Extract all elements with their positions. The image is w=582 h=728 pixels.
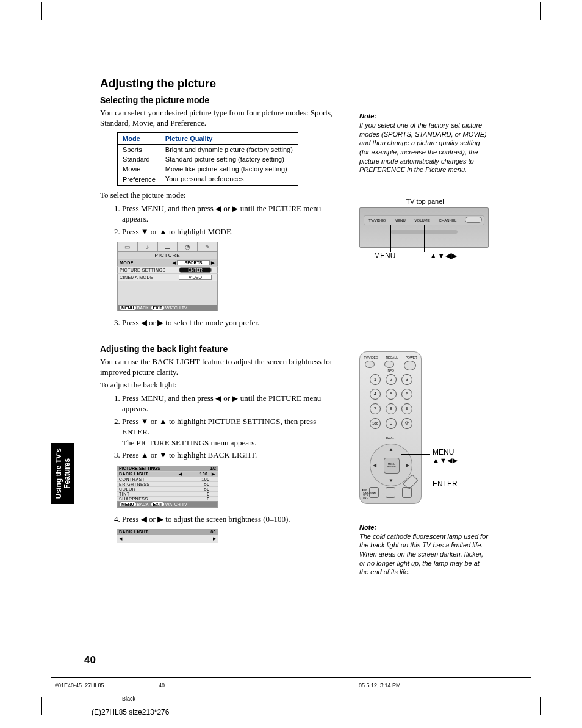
right-arrow-icon: ▶ <box>210 261 215 265</box>
callout-label: MENU <box>374 251 395 260</box>
osd-row-value: SPORTS <box>177 260 210 265</box>
table-cell: Bright and dynamic picture (factory sett… <box>160 144 298 154</box>
chapter-tab: Using the TV'sFeatures <box>51 443 74 504</box>
lead-text: To select the picture mode: <box>100 190 338 201</box>
table-cell: Movie <box>118 164 160 174</box>
step: Press ▼ or ▲ to highlight PICTURE SETTIN… <box>122 416 338 449</box>
table-cell: Preference <box>118 174 160 186</box>
table-header-mode: Mode <box>118 132 160 144</box>
note-text: The cold cathode fluorescent lamp used f… <box>359 532 490 577</box>
down-arrow-icon: ▼ <box>389 478 393 483</box>
callout-line <box>401 454 430 455</box>
osd-screenshot-picture-settings: PICTURE SETTINGS 1/2 BACK LIGHT ◀ 100 ▶ … <box>117 466 218 508</box>
callout-label: MENU <box>433 448 458 456</box>
crop-mark <box>533 20 558 44</box>
mode-table: Mode Picture Quality SportsBright and dy… <box>117 132 298 186</box>
remote-num-button: 6 <box>401 389 412 400</box>
osd-slider-backlight: BACK LIGHT 80 ◀ ▶ <box>117 529 218 543</box>
callout-line <box>424 225 425 252</box>
remote-num-button: 4 <box>370 389 381 400</box>
remote-num-button: 1 <box>370 374 381 385</box>
footer-timestamp: 05.5.12, 3:14 PM <box>359 682 401 688</box>
step: Press ▲ or ▼ to highlight BACK LIGHT. <box>122 450 338 461</box>
section-title: Selecting the picture mode <box>100 95 338 105</box>
intro-text: You can use the BACK LIGHT feature to ad… <box>100 357 338 378</box>
footer-filename: #01E40-45_27HL85 <box>55 682 104 688</box>
up-arrow-icon: ▲ <box>389 447 393 452</box>
note-text: If you select one of the factory-set pic… <box>359 121 490 175</box>
callout-arrows: ▲▼◀▶ <box>433 456 458 464</box>
right-arrow-icon: ▶ <box>213 536 216 541</box>
remote-button <box>384 361 394 368</box>
left-arrow-icon: ◀ <box>373 463 376 468</box>
step: Press ▼ or ▲ to highlight MODE. <box>122 226 338 237</box>
step: Press MENU, and then press ◀ or ▶ until … <box>122 393 338 414</box>
step: Press ◀ or ▶ to select the mode you pref… <box>122 317 338 328</box>
osd-screenshot-picture: ▭ ♪ ☰ ◔ ✎ PICTURE MODE ◀ SPORTS ▶ PICTUR… <box>117 242 218 311</box>
step: Press ◀ or ▶ to adjust the screen bright… <box>122 514 338 525</box>
right-arrow-icon: ▶ <box>210 472 217 477</box>
note-label: Note: <box>359 524 490 531</box>
footer-rule <box>51 677 531 678</box>
page-title: Adjusting the picture <box>100 77 338 90</box>
table-cell: Standard <box>118 154 160 164</box>
remote-button <box>402 487 412 498</box>
remote-num-button: 2 <box>386 374 397 385</box>
remote-num-button: 9 <box>401 403 412 414</box>
lead-text: To adjust the back light: <box>100 380 338 391</box>
osd-row-label: MODE <box>120 261 171 265</box>
remote-num-button: 100 <box>370 418 381 429</box>
remote-num-button: 5 <box>386 389 397 400</box>
remote-menu-enter-button: MENU ENTER <box>384 458 400 474</box>
osd-row-value: VIDEO <box>179 275 212 280</box>
left-arrow-icon: ◀ <box>178 472 184 477</box>
intro-text: You can select your desired picture type… <box>100 108 338 129</box>
left-arrow-icon: ◀ <box>171 261 177 265</box>
callout-line <box>390 225 391 252</box>
footer-page: 40 <box>159 682 165 688</box>
table-cell: Standard picture setting (factory settin… <box>160 154 298 164</box>
footer-size: (E)27HL85 size213*276 <box>92 708 169 716</box>
table-cell: Sports <box>118 144 160 154</box>
crop-mark <box>24 20 49 44</box>
remote-mode-labels: ▸TV CABLE/SAT VCR DVD <box>362 489 376 500</box>
table-cell: Your personal preferences <box>160 174 298 186</box>
osd-row-label: BACK LIGHT <box>119 472 178 476</box>
callout-line <box>390 464 430 464</box>
osd-row-label: PICTURE SETTINGS <box>120 268 179 272</box>
crop-mark <box>533 673 558 697</box>
note-label: Note: <box>359 112 490 120</box>
table-header-quality: Picture Quality <box>160 132 298 144</box>
page-number: 40 <box>84 654 96 666</box>
remote-button <box>365 361 375 368</box>
osd-tab-icon: ☰ <box>158 242 178 251</box>
osd-tab-icon: ◔ <box>178 242 198 251</box>
table-cell: Movie-like picture setting (factory sett… <box>160 164 298 174</box>
remote-num-button: 0 <box>386 418 397 429</box>
remote-num-button: 3 <box>401 374 412 385</box>
section-title: Adjusting the back light feature <box>100 344 338 354</box>
remote-button <box>386 487 395 498</box>
osd-row-value: ENTER <box>179 267 212 273</box>
osd-row-value: 100 <box>184 472 210 476</box>
tv-panel-title: TV top panel <box>359 198 490 205</box>
remote-diagram: TV/VIDEO RECALL POWER INFO 1 2 3 4 <box>359 351 422 504</box>
osd-title: PICTURE <box>117 251 218 259</box>
crop-mark <box>24 673 49 697</box>
osd-tab-icon: ♪ <box>138 242 158 251</box>
tv-panel-diagram: TV/VIDEO MENU VOLUME CHANNEL POWER <box>359 207 489 248</box>
step: Press MENU, and then press ◀ or ▶ until … <box>122 203 338 225</box>
osd-tab-icon: ▭ <box>118 242 138 251</box>
osd-tab-icon: ✎ <box>198 242 217 251</box>
callout-arrows: ▲▼◀▶ <box>429 251 458 260</box>
remote-num-button: 7 <box>370 403 381 414</box>
footer-color: Black <box>122 696 135 702</box>
callout-label: ENTER <box>433 480 458 488</box>
osd-footer: MENU BACK EXIT WATCH TV <box>117 305 218 311</box>
callout-line <box>412 485 430 485</box>
left-arrow-icon: ◀ <box>119 536 122 541</box>
remote-num-button: 8 <box>386 403 397 414</box>
osd-footer: MENU BACK EXIT WATCH TV <box>117 501 218 508</box>
remote-num-button: ⟳ <box>401 418 412 429</box>
osd-row-label: CINEMA MODE <box>120 275 179 279</box>
